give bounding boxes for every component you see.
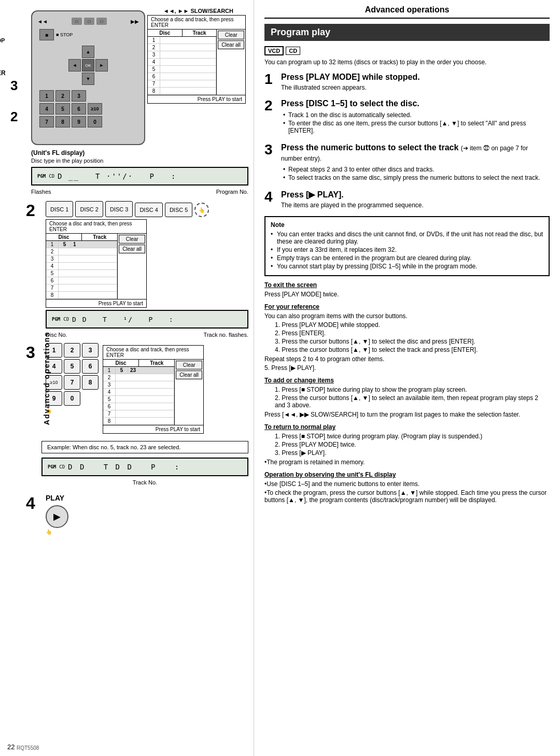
num-8[interactable]: 8: [82, 375, 99, 390]
note-item-2: If you enter a 33rd item, it replaces it…: [271, 246, 543, 253]
step-3-title: Press the numeric buttons to select the …: [281, 142, 550, 164]
step-1: 1 Press [PLAY MODE] while stopped. The i…: [264, 72, 550, 91]
step-1-title: Press [PLAY MODE] while stopped.: [281, 72, 550, 83]
step-2-num: 2: [264, 98, 276, 113]
ref-item-3: 3. Press the cursor buttons [▲, ▼] to se…: [267, 338, 550, 345]
section-title: Program play: [264, 24, 550, 41]
step-3-sub: (➔ item ㉒ on page 7 for number entry).: [281, 145, 528, 163]
step2-left-label: 2: [10, 109, 18, 125]
fl-caption-1: Flashes Program No.: [31, 189, 248, 195]
clear-all-btn-3[interactable]: Clear all: [176, 370, 202, 379]
fl-op-item-2: •To check the program, press the cursor …: [264, 489, 550, 504]
subsection-fl: Operation by observing the unit's FL dis…: [264, 471, 550, 504]
fl-content-1: D __ T ·''/· P :: [58, 172, 176, 180]
disc4-btn[interactable]: DISC 4: [135, 203, 162, 217]
fl-display-1: PGM CD D __ T ·''/· P :: [31, 167, 248, 186]
add-list: 1. Press [■ STOP] twice during play to s…: [264, 386, 550, 409]
ref-item-2: 2. Press [ENTER].: [267, 330, 550, 337]
play-button[interactable]: ▶: [46, 505, 68, 528]
step-3: 3 Press the numeric buttons to select th…: [264, 142, 550, 183]
fl-caption-2: Disc No. Track no. flashes.: [46, 332, 248, 338]
subsection-reference: For your reference You can also program …: [264, 303, 550, 372]
note-list: You can enter tracks and discs the unit …: [271, 231, 543, 270]
fl-display-2: PGM CD D D T ¹/ P :: [46, 310, 248, 329]
step-3-bullet-1: Repeat steps 2 and 3 to enter other disc…: [283, 166, 550, 173]
note-item-1: You can enter tracks and discs the unit …: [271, 231, 543, 245]
chooser-footer-1: Press PLAY to start: [148, 95, 245, 103]
reference-note: Repeat steps 2 to 4 to program other ite…: [264, 355, 550, 363]
disc2-btn[interactable]: DISC 2: [75, 201, 103, 217]
disc1-btn[interactable]: DISC 1: [46, 201, 73, 217]
note-title: Note: [271, 221, 543, 229]
fl-unit-label: (Unit's FL display): [31, 149, 248, 156]
exit-text: Press [PLAY MODE] twice.: [264, 291, 550, 298]
pgm-badge-1: PGM: [37, 174, 46, 179]
play-label: PLAY: [46, 494, 68, 502]
reference-intro: You can also program items with the curs…: [264, 312, 550, 320]
track-no-caption: Track No.: [41, 479, 248, 486]
step-2-title: Press [DISC 1–5] to select the disc.: [281, 98, 550, 109]
num-0[interactable]: 0: [64, 391, 80, 406]
vertical-label: Advanced operations: [43, 331, 51, 424]
chooser-header-1: Choose a disc and track, then press ENTE…: [148, 16, 245, 30]
add-item-1: 1. Press [■ STOP] twice during play to s…: [267, 386, 550, 393]
step-2-bullet-2: To enter the disc as one item, press the…: [283, 120, 550, 134]
fl-display-3: PGM CD D D T D D P :: [41, 458, 248, 476]
num-7[interactable]: 7: [64, 375, 80, 390]
subsection-add: To add or change items 1. Press [■ STOP]…: [264, 377, 550, 418]
badge-row: VCD CD: [264, 46, 550, 55]
step-3-bullets: Repeat steps 2 and 3 to enter other disc…: [281, 166, 550, 181]
normal-title: To return to normal play: [264, 423, 550, 431]
step-3-track: the track: [424, 143, 459, 152]
example-box: Example: When disc no. 5, track no. 23 a…: [41, 441, 248, 453]
intro-text: You can program up to 32 items (discs or…: [264, 59, 550, 66]
chooser-col-disc: Disc: [148, 30, 183, 36]
step3-left-label: 3: [10, 78, 18, 94]
step-4-sub: The items are played in the programmed s…: [281, 202, 550, 209]
ref-item-1: 1. Press [PLAY MODE] while stopped.: [267, 321, 550, 329]
num-5[interactable]: 5: [64, 359, 80, 374]
clear-btn-3[interactable]: Clear: [176, 361, 202, 369]
num-6[interactable]: 6: [82, 359, 99, 374]
step-2-bullet-1: Track 1 on the disc is automatically sel…: [283, 111, 550, 119]
fl-subtitle: Disc type in the play position: [31, 158, 248, 164]
step-4-title: Press [▶ PLAY].: [281, 190, 550, 201]
example-text: Example: When disc no. 5, track no. 23 a…: [47, 444, 180, 450]
num-3[interactable]: 3: [82, 343, 99, 358]
subsection-exit: To exit the screen Press [PLAY MODE] twi…: [264, 281, 550, 298]
num-2[interactable]: 2: [64, 343, 80, 358]
normal-item-2: 2. Press [PLAY MODE] twice.: [267, 441, 550, 448]
cd-badge: CD: [286, 47, 300, 55]
step-2-bullets: Track 1 on the disc is automatically sel…: [281, 111, 550, 134]
disc5-btn[interactable]: DISC 5: [165, 203, 192, 217]
page-header: Advanced operations: [264, 5, 550, 19]
reference-title: For your reference: [264, 303, 550, 310]
step-num-3: 3: [26, 343, 41, 362]
fl-track-flashes: Track no. flashes.: [204, 332, 248, 338]
finger-icon: 👆: [194, 203, 209, 217]
finger-hint: 👆: [46, 408, 99, 413]
clear-all-btn-1[interactable]: Clear all: [218, 40, 244, 49]
clear-all-btn-2[interactable]: Clear all: [119, 245, 145, 253]
note-item-4: You cannot start play by pressing [DISC …: [271, 263, 543, 270]
step-4: 4 Press [▶ PLAY]. The items are played i…: [264, 190, 550, 209]
chooser-box-1: Choose a disc and track, then press ENTE…: [147, 15, 246, 104]
disc3-btn[interactable]: DISC 3: [105, 201, 133, 217]
step-1-num: 1: [264, 72, 276, 87]
clear-btn-2[interactable]: Clear: [119, 235, 145, 244]
chooser-box-3: Choose a disc and track, then press ENTE…: [103, 345, 204, 434]
clear-btn-1[interactable]: Clear: [218, 31, 244, 39]
reference-item5: 5. Press [▶ PLAY].: [264, 364, 550, 372]
vcd-badge: VCD: [264, 46, 284, 55]
chooser-col-track: Track: [183, 30, 217, 36]
add-item-2: 2. Press the cursor buttons [▲, ▼] to se…: [267, 394, 550, 409]
step-num-4-left: 4: [26, 494, 41, 513]
cd-badge-1: CD: [49, 174, 54, 179]
exit-title: To exit the screen: [264, 281, 550, 289]
normal-note: •The program is retained in memory.: [264, 459, 550, 466]
step-3-bullet-2: To select tracks on the same disc, simpl…: [283, 174, 550, 181]
reference-list: 1. Press [PLAY MODE] while stopped. 2. P…: [264, 321, 550, 353]
add-title: To add or change items: [264, 377, 550, 384]
enter-label: ENTER: [0, 69, 6, 77]
normal-item-1: 1. Press [■ STOP] twice during program p…: [267, 433, 550, 440]
